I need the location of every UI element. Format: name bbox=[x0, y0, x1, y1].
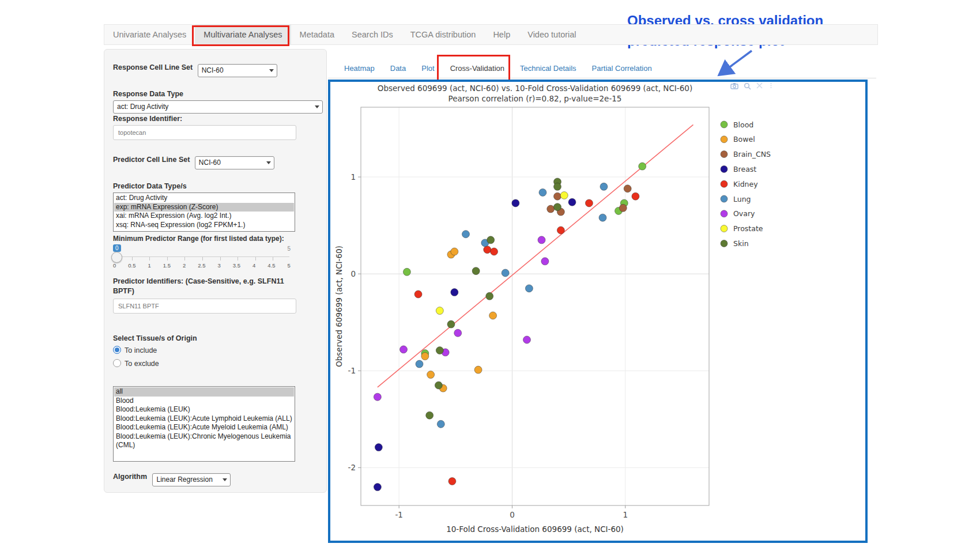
tab-cross-validation[interactable]: Cross-Validation bbox=[450, 60, 504, 77]
regression-line bbox=[378, 124, 693, 387]
slider-tick-label: 5 bbox=[288, 262, 291, 269]
legend-swatch-lung[interactable] bbox=[721, 195, 728, 202]
top-navbar: Univariate AnalysesMultivariate Analyses… bbox=[104, 24, 878, 45]
legend-label-blood[interactable]: Blood bbox=[733, 120, 753, 129]
tissue-option[interactable]: Blood:Leukemia (LEUK):Chronic Myelogenou… bbox=[114, 432, 294, 450]
tissue-option[interactable]: Blood:Leukemia (LEUK) bbox=[114, 405, 294, 414]
data-point-bowel bbox=[489, 312, 497, 319]
slider-tick-label: 4 bbox=[252, 262, 255, 269]
nav-item-tcga-distribution[interactable]: TCGA distribution bbox=[402, 25, 485, 44]
min-predictor-range-slider[interactable]: 0 5 00.511.522.533.544.55 bbox=[113, 244, 291, 271]
data-point-skin bbox=[553, 203, 561, 211]
slider-handle[interactable] bbox=[111, 252, 122, 263]
nav-item-search-ids[interactable]: Search IDs bbox=[343, 25, 402, 44]
data-point-brain_cns bbox=[553, 193, 561, 200]
min-predictor-range-label: Minimum Predictor Range (for first liste… bbox=[113, 235, 314, 243]
slider-tick-label: 0.5 bbox=[128, 262, 135, 269]
chevron-down-icon bbox=[223, 478, 227, 481]
predictor-cell-line-set-field: Predictor Cell Line Set NCI-60 bbox=[113, 154, 314, 169]
tissue-option[interactable]: Blood bbox=[114, 397, 294, 406]
data-point-skin bbox=[426, 412, 434, 419]
legend-swatch-blood[interactable] bbox=[721, 121, 728, 128]
data-point-kidney bbox=[585, 199, 593, 207]
data-point-skin bbox=[436, 346, 443, 354]
data-point-bowel bbox=[427, 371, 435, 379]
predictor-data-type-option[interactable]: exp: mRNA Expression (Z-Score) bbox=[114, 203, 294, 212]
nav-item-help[interactable]: Help bbox=[484, 25, 519, 44]
tissue-option[interactable]: Blood:Leukemia (LEUK):Acute Lymphoid Leu… bbox=[114, 414, 294, 424]
slider-tick-label: 4.5 bbox=[267, 262, 275, 269]
response-data-type-label: Response Data Type bbox=[113, 90, 314, 98]
y-tick-label: 1 bbox=[350, 172, 356, 182]
tissue-radio-to-include[interactable]: To include bbox=[113, 346, 314, 354]
response-identifier-input[interactable]: topotecan bbox=[113, 125, 296, 140]
chevron-down-icon bbox=[266, 161, 271, 164]
tab-data[interactable]: Data bbox=[390, 60, 406, 77]
data-point-lung bbox=[525, 285, 533, 292]
page: { "annotation": { "line1": "Observed vs.… bbox=[0, 0, 980, 551]
chevron-down-icon bbox=[315, 105, 319, 108]
tab-partial-correlation[interactable]: Partial Correlation bbox=[592, 60, 652, 77]
tab-technical-details[interactable]: Technical Details bbox=[520, 60, 576, 77]
legend-swatch-bowel[interactable] bbox=[721, 136, 728, 143]
legend-swatch-skin[interactable] bbox=[721, 240, 728, 247]
predictor-data-type-option[interactable]: xai: mRNA Expression (Avg. log2 Int.) bbox=[114, 212, 294, 221]
radio-label: To exclude bbox=[125, 360, 159, 368]
data-point-brain_cns bbox=[624, 185, 631, 193]
predictor-data-types-listbox[interactable]: act: Drug Activityexp: mRNA Expression (… bbox=[113, 193, 295, 232]
predictor-identifiers-input[interactable]: SLFN11 BPTF bbox=[113, 299, 296, 314]
tissue-option[interactable]: all bbox=[114, 387, 294, 397]
predictor-data-type-option[interactable]: act: Drug Activity bbox=[114, 194, 294, 203]
tissue-option[interactable]: Blood:Leukemia (LEUK):Acute Myeloid Leuk… bbox=[114, 423, 294, 432]
data-point-kidney bbox=[557, 227, 564, 234]
algorithm-select[interactable]: Linear Regression bbox=[152, 473, 231, 486]
nav-item-univariate-analyses[interactable]: Univariate Analyses bbox=[104, 25, 195, 44]
algorithm-value: Linear Regression bbox=[156, 475, 212, 484]
predictor-cell-line-set-select[interactable]: NCI-60 bbox=[195, 156, 274, 169]
predictor-cell-line-set-value: NCI-60 bbox=[199, 158, 221, 167]
radio-unselected-icon[interactable] bbox=[113, 359, 121, 367]
data-point-ovary bbox=[523, 336, 530, 344]
legend-label-kidney[interactable]: Kidney bbox=[733, 180, 758, 188]
response-data-type-value: act: Drug Activity bbox=[117, 103, 168, 111]
slider-tick-label: 1 bbox=[148, 262, 151, 269]
response-cell-line-set-value: NCI-60 bbox=[202, 66, 224, 74]
nav-item-multivariate-analyses[interactable]: Multivariate Analyses bbox=[195, 25, 291, 44]
algorithm-field: Algorithm Linear Regression bbox=[113, 471, 314, 486]
tab-heatmap[interactable]: Heatmap bbox=[344, 60, 375, 77]
tissue-origin-listbox[interactable]: allBloodBlood:Leukemia (LEUK)Blood:Leuke… bbox=[113, 386, 295, 462]
response-cell-line-set-select[interactable]: NCI-60 bbox=[198, 64, 277, 77]
legend-swatch-kidney[interactable] bbox=[721, 180, 728, 187]
data-point-kidney bbox=[491, 248, 498, 255]
tab-plot[interactable]: Plot bbox=[421, 60, 434, 77]
scatter-plot[interactable]: -10110-1-210-Fold Cross-Validation 60969… bbox=[330, 82, 865, 541]
predictor-data-type-option[interactable]: xsq: RNA-seq Expression (log2 FPKM+1.) bbox=[114, 221, 294, 230]
slider-tick-label: 3 bbox=[218, 262, 221, 269]
legend-swatch-brain_cns[interactable] bbox=[721, 151, 728, 158]
slider-track[interactable] bbox=[114, 256, 289, 261]
legend-label-skin[interactable]: Skin bbox=[733, 239, 749, 248]
radio-selected-icon[interactable] bbox=[113, 346, 121, 354]
x-axis-title: 10-Fold Cross-Validation 609699 (act, NC… bbox=[446, 524, 624, 534]
data-point-skin bbox=[486, 292, 493, 300]
legend-label-breast[interactable]: Breast bbox=[733, 165, 756, 173]
response-data-type-select[interactable]: act: Drug Activity bbox=[113, 100, 323, 114]
legend-swatch-ovary[interactable] bbox=[721, 210, 728, 217]
legend-swatch-breast[interactable] bbox=[721, 165, 728, 172]
y-tick-label: 0 bbox=[350, 269, 356, 278]
legend-label-bowel[interactable]: Bowel bbox=[733, 135, 755, 144]
data-point-ovary bbox=[400, 346, 408, 353]
legend-label-brain_cns[interactable]: Brain_CNS bbox=[733, 150, 771, 158]
nav-item-metadata[interactable]: Metadata bbox=[291, 25, 343, 44]
data-point-prostate bbox=[560, 191, 568, 199]
nav-item-video-tutorial[interactable]: Video tutorial bbox=[519, 25, 585, 44]
tissue-radio-to-exclude[interactable]: To exclude bbox=[113, 359, 314, 368]
legend-label-ovary[interactable]: Ovary bbox=[733, 209, 755, 218]
legend-label-prostate[interactable]: Prostate bbox=[733, 224, 763, 233]
predictor-cell-line-set-label: Predictor Cell Line Set bbox=[113, 156, 190, 164]
data-point-skin bbox=[553, 183, 561, 190]
legend-label-lung[interactable]: Lung bbox=[733, 195, 751, 203]
data-point-brain_cns bbox=[619, 204, 627, 212]
legend-swatch-prostate[interactable] bbox=[721, 225, 728, 232]
data-point-skin bbox=[472, 267, 480, 275]
